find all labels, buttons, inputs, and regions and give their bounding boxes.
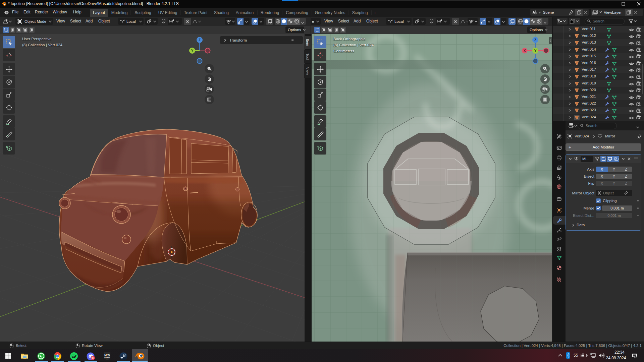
svg-text:GAMES: GAMES — [104, 357, 110, 358]
svg-text:Z: Z — [199, 38, 201, 42]
svg-text:EPIC: EPIC — [104, 354, 110, 356]
svg-text:9+: 9+ — [92, 357, 95, 360]
svg-text:X: X — [524, 49, 526, 53]
svg-text:Z: Z — [534, 38, 536, 42]
svg-text:Y: Y — [534, 49, 537, 53]
svg-text:Y: Y — [191, 49, 194, 53]
